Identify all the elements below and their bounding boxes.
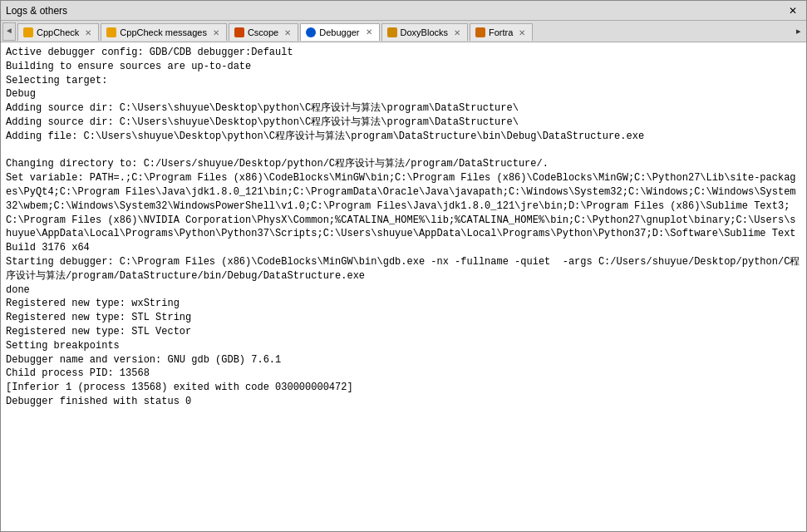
cppcheck-icon	[106, 27, 116, 37]
tab-fortran[interactable]: Fortra✕	[470, 23, 533, 41]
log-line: Building to ensure sources are up-to-dat…	[6, 60, 801, 74]
tab-close-cppcheck1[interactable]: ✕	[83, 28, 93, 37]
log-line: Active debugger config: GDB/CDB debugger…	[6, 46, 801, 60]
tabs-bar: ◄ CppCheck✕CppCheck messages✕Cscope✕Debu…	[1, 21, 806, 42]
log-content-area[interactable]: Active debugger config: GDB/CDB debugger…	[1, 42, 806, 531]
tab-scroll-left[interactable]: ◄	[2, 22, 16, 41]
log-line: Registered new type: wxString	[6, 297, 801, 311]
tab-close-doxyblocks[interactable]: ✕	[452, 28, 462, 37]
doxyblocks-icon	[387, 27, 397, 37]
tab-close-cppcheck2[interactable]: ✕	[211, 28, 221, 37]
log-line: Registered new type: STL String	[6, 311, 801, 325]
log-line: Registered new type: STL Vector	[6, 325, 801, 339]
logs-panel: Logs & others ✕ ◄ CppCheck✕CppCheck mess…	[0, 0, 807, 532]
log-line: Adding source dir: C:\Users\shuyue\Deskt…	[6, 116, 801, 130]
tab-close-debugger[interactable]: ✕	[364, 27, 374, 37]
tab-label-cppcheck1: CppCheck	[37, 27, 79, 37]
log-line: Starting debugger: C:\Program Files (x86…	[6, 255, 801, 283]
tab-cscope[interactable]: Cscope✕	[229, 23, 298, 41]
tab-label-cppcheck2: CppCheck messages	[120, 27, 207, 37]
log-line: Adding file: C:\Users\shuyue\Desktop\pyt…	[6, 130, 801, 144]
log-line: done	[6, 283, 801, 298]
tab-more-button[interactable]: ▸	[793, 26, 805, 37]
log-line: Changing directory to: C:/Users/shuyue/D…	[6, 157, 801, 171]
cppcheck-icon	[23, 27, 33, 37]
log-line: [Inferior 1 (process 13568) exited with …	[6, 381, 801, 395]
panel-title-bar: Logs & others ✕	[1, 1, 806, 21]
tab-close-cscope[interactable]: ✕	[283, 28, 293, 37]
log-line: Child process PID: 13568	[6, 367, 801, 381]
panel-close-button[interactable]: ✕	[785, 4, 801, 17]
log-line: Debugger finished with status 0	[6, 395, 801, 409]
tab-label-fortran: Fortra	[489, 27, 513, 37]
log-line: Selecting target:	[6, 74, 801, 88]
tab-label-doxyblocks: DoxyBlocks	[401, 27, 448, 37]
tab-doxyblocks[interactable]: DoxyBlocks✕	[381, 23, 468, 41]
tab-cppcheck1[interactable]: CppCheck✕	[17, 23, 99, 41]
debugger-icon	[306, 27, 316, 37]
log-line: Debug	[6, 87, 801, 101]
tab-cppcheck2[interactable]: CppCheck messages✕	[101, 23, 227, 41]
log-line: Setting breakpoints	[6, 339, 801, 353]
panel-title: Logs & others	[6, 5, 67, 17]
tab-label-cscope: Cscope	[248, 27, 278, 37]
fortran-icon	[475, 27, 485, 37]
log-line: Adding source dir: C:\Users\shuyue\Deskt…	[6, 101, 801, 116]
tab-label-debugger: Debugger	[319, 27, 359, 37]
tab-close-fortran[interactable]: ✕	[517, 28, 527, 37]
log-line: Set variable: PATH=.;C:\Program Files (x…	[6, 171, 801, 255]
log-line: Debugger name and version: GNU gdb (GDB)…	[6, 353, 801, 367]
log-line	[6, 144, 801, 158]
cscope-icon	[234, 27, 244, 37]
tab-debugger[interactable]: Debugger✕	[300, 23, 379, 41]
